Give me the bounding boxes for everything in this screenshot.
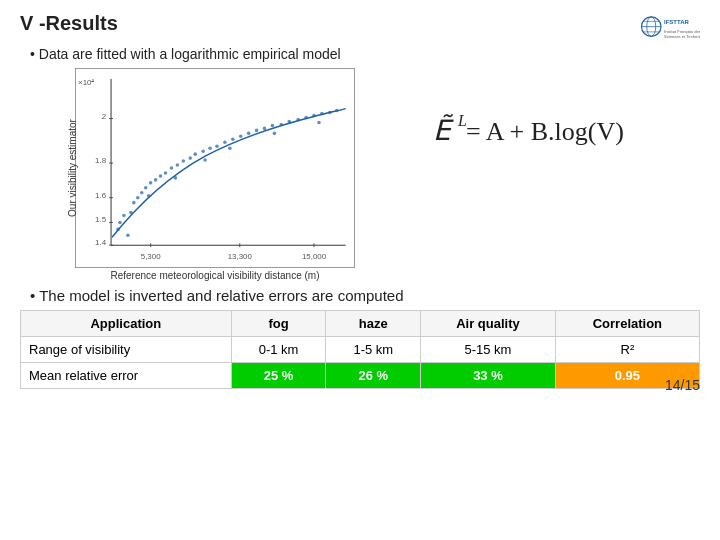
bullet-1: • Data are fitted with a logarithmic emp…	[30, 46, 700, 62]
page-number: 14/15	[665, 377, 700, 393]
svg-text:2: 2	[102, 112, 106, 121]
svg-point-59	[328, 111, 332, 115]
results-table: Application fog haze Air quality Correla…	[20, 310, 700, 389]
svg-point-29	[129, 211, 133, 215]
svg-point-66	[228, 146, 232, 150]
row-2-label: Mean relative error	[21, 363, 232, 389]
col-header-air-quality: Air quality	[421, 311, 556, 337]
svg-point-40	[182, 159, 186, 163]
svg-point-54	[287, 120, 291, 124]
svg-text:15,000: 15,000	[302, 252, 327, 261]
svg-point-46	[223, 140, 227, 144]
svg-text:Sciences et Technologies: Sciences et Technologies	[664, 34, 700, 39]
svg-text:IFSTTAR: IFSTTAR	[664, 19, 690, 25]
col-header-application: Application	[21, 311, 232, 337]
svg-point-58	[320, 112, 324, 116]
svg-point-39	[176, 163, 180, 167]
row-1-fog: 0-1 km	[231, 337, 326, 363]
svg-point-43	[201, 149, 205, 153]
row-2-fog: 25 %	[231, 363, 326, 389]
svg-point-49	[247, 132, 251, 136]
svg-point-44	[208, 146, 212, 150]
svg-point-37	[164, 171, 168, 175]
logo: IFSTTAR Institut Français des Sciences e…	[640, 12, 700, 42]
svg-point-55	[296, 118, 300, 122]
svg-point-33	[144, 186, 148, 190]
chart-wrapper: Our visibility estimator 1.4 1.5 1.6 1.8…	[75, 68, 355, 281]
row-1-air-quality: 5-15 km	[421, 337, 556, 363]
svg-point-36	[159, 174, 163, 178]
svg-point-31	[136, 196, 140, 200]
svg-point-63	[147, 194, 151, 198]
row-2-haze: 26 %	[326, 363, 421, 389]
chart-area: Our visibility estimator 1.4 1.5 1.6 1.8…	[20, 68, 700, 281]
svg-point-42	[193, 152, 197, 156]
chart-y-label: Our visibility estimator	[67, 119, 78, 217]
svg-text:1.6: 1.6	[95, 191, 107, 200]
chart-container: Our visibility estimator 1.4 1.5 1.6 1.8…	[75, 68, 355, 268]
svg-point-67	[273, 132, 277, 136]
col-header-correlation: Correlation	[555, 311, 699, 337]
svg-text:13,300: 13,300	[228, 252, 253, 261]
chart-svg: 1.4 1.5 1.6 1.8 2 ×10⁴ 5,300 13,300 15,0…	[76, 69, 354, 267]
formula-svg: Ẽ L = A + B.log(V)	[428, 98, 648, 158]
header: V -Results IFSTTAR Institut Français des…	[20, 12, 700, 42]
bullet-2: • The model is inverted and relative err…	[30, 287, 700, 304]
ifsttar-logo: IFSTTAR Institut Français des Sciences e…	[640, 12, 700, 42]
svg-point-35	[154, 178, 158, 182]
table-wrapper: Application fog haze Air quality Correla…	[20, 310, 700, 389]
svg-point-34	[149, 181, 153, 185]
svg-point-52	[271, 124, 275, 128]
col-header-fog: fog	[231, 311, 326, 337]
svg-point-45	[215, 144, 219, 148]
svg-text:1.5: 1.5	[95, 215, 107, 224]
chart-x-label: Reference meteorological visibility dist…	[75, 270, 355, 281]
row-2-air-quality: 33 %	[421, 363, 556, 389]
svg-point-60	[335, 109, 339, 113]
svg-point-64	[174, 176, 178, 180]
svg-text:Ẽ: Ẽ	[433, 114, 454, 146]
svg-point-57	[312, 114, 316, 118]
col-header-haze: haze	[326, 311, 421, 337]
svg-point-27	[116, 228, 120, 232]
table-row: Mean relative error 25 % 26 % 33 % 0.95	[21, 363, 700, 389]
svg-text:1.4: 1.4	[95, 238, 107, 247]
svg-point-28	[122, 214, 126, 218]
svg-point-62	[118, 221, 122, 225]
page: V -Results IFSTTAR Institut Français des…	[0, 0, 720, 401]
svg-point-50	[255, 129, 259, 133]
svg-text:= A + B.log(V): = A + B.log(V)	[466, 117, 624, 146]
table-row: Range of visibility 0-1 km 1-5 km 5-15 k…	[21, 337, 700, 363]
svg-point-56	[304, 116, 308, 120]
row-1-correlation: R²	[555, 337, 699, 363]
svg-point-61	[126, 234, 130, 238]
page-title: V -Results	[20, 12, 118, 35]
formula: Ẽ L = A + B.log(V)	[428, 98, 648, 161]
svg-point-47	[231, 138, 235, 142]
svg-point-51	[263, 127, 267, 131]
svg-text:5,300: 5,300	[141, 252, 161, 261]
svg-point-38	[170, 166, 174, 170]
svg-point-53	[280, 123, 284, 127]
formula-area: Ẽ L = A + B.log(V)	[375, 68, 700, 191]
svg-text:×10⁴: ×10⁴	[78, 78, 94, 87]
row-1-haze: 1-5 km	[326, 337, 421, 363]
svg-text:1.8: 1.8	[95, 156, 107, 165]
svg-point-30	[132, 201, 136, 205]
table-header-row: Application fog haze Air quality Correla…	[21, 311, 700, 337]
svg-point-41	[188, 156, 192, 160]
row-1-label: Range of visibility	[21, 337, 232, 363]
svg-point-65	[203, 158, 207, 162]
svg-point-32	[140, 191, 144, 195]
svg-point-48	[239, 135, 243, 139]
svg-point-68	[317, 121, 321, 125]
